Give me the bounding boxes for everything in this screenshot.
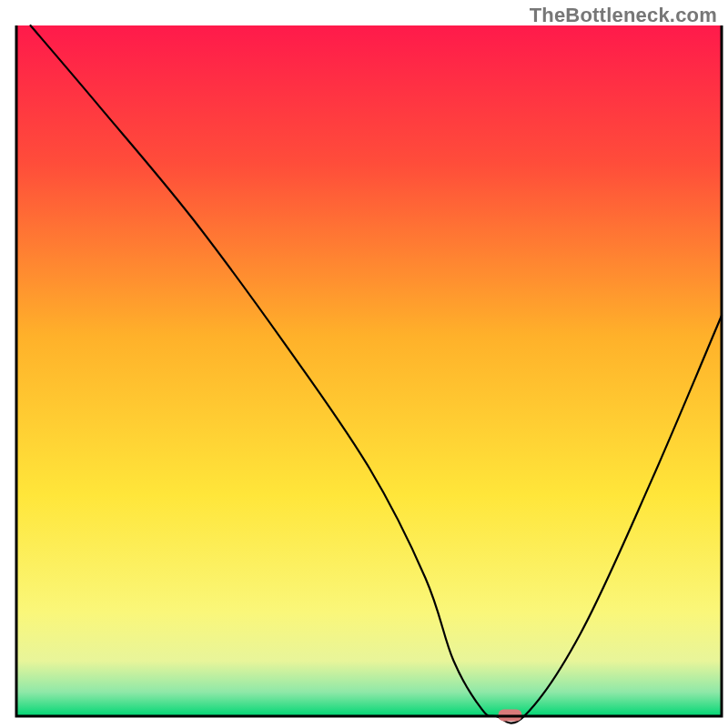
bottleneck-chart (0, 0, 728, 728)
plot-background (16, 25, 722, 716)
watermark-text: TheBottleneck.com (530, 4, 717, 27)
chart-container: TheBottleneck.com (0, 0, 728, 728)
